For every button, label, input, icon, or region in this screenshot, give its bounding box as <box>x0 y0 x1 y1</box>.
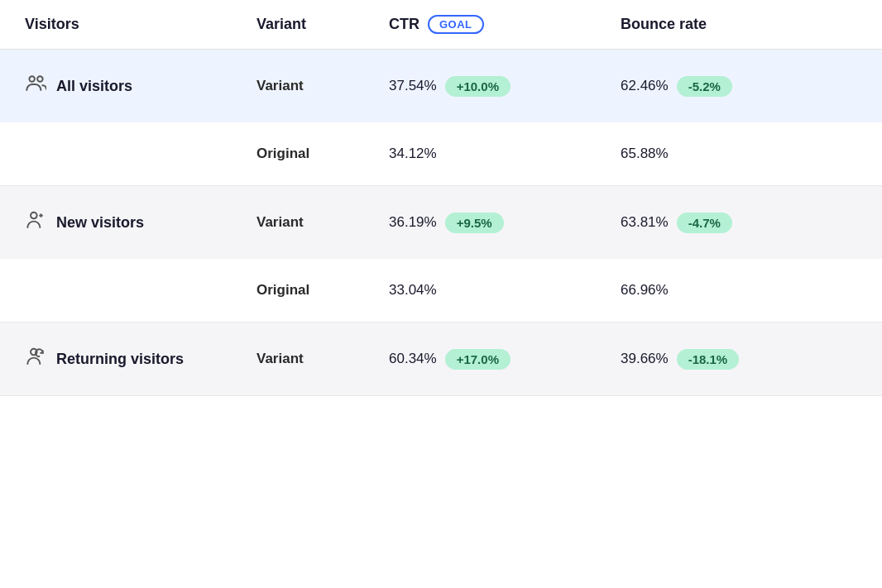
header-visitors: Visitors <box>25 16 256 33</box>
returning-visitors-label: Returning visitors <box>25 346 256 372</box>
new-visitors-ctr-value: 36.19% <box>389 214 437 231</box>
all-visitors-bounce-value: 62.46% <box>621 78 669 94</box>
returning-visitors-icon <box>25 346 46 372</box>
returning-visitors-bounce-delta: -18.1% <box>677 349 740 370</box>
returning-visitors-text: Returning visitors <box>56 351 184 368</box>
all-visitors-original-bounce-value: 65.88% <box>621 146 669 162</box>
new-visitors-label: New visitors <box>25 209 256 236</box>
new-visitors-original-ctr: 33.04% <box>389 282 621 299</box>
all-visitors-original-ctr: 34.12% <box>389 146 621 162</box>
all-visitors-icon <box>25 73 46 99</box>
header-bounce-rate: Bounce rate <box>621 16 852 33</box>
header-ctr-label: CTR <box>389 16 419 33</box>
all-visitors-original-row: Original 34.12% 65.88% <box>0 122 882 185</box>
new-visitors-original-bounce-value: 66.96% <box>621 282 669 299</box>
new-visitors-original-label: Original <box>256 282 389 299</box>
returning-visitors-ctr-delta: +17.0% <box>445 349 511 370</box>
new-visitors-original-ctr-value: 33.04% <box>389 282 437 299</box>
returning-visitors-bounce-value: 39.66% <box>621 351 669 367</box>
goal-badge[interactable]: GOAL <box>428 15 484 34</box>
header-variant: Variant <box>256 16 389 33</box>
all-visitors-variant-row: All visitors Variant 37.54% +10.0% 62.46… <box>0 50 882 122</box>
all-visitors-text: All visitors <box>56 78 132 95</box>
ab-test-table: Visitors Variant CTR GOAL Bounce rate Al… <box>0 0 882 396</box>
all-visitors-label: All visitors <box>25 73 256 99</box>
new-visitors-bounce-value: 63.81% <box>621 214 669 231</box>
all-visitors-bounce-delta: -5.2% <box>677 76 732 97</box>
all-visitors-ctr-delta: +10.0% <box>445 76 511 97</box>
returning-visitors-ctr-cell: 60.34% +17.0% <box>389 349 621 370</box>
returning-visitors-variant-label: Variant <box>256 351 389 367</box>
header-ctr: CTR GOAL <box>389 15 621 34</box>
new-visitors-bounce-delta: -4.7% <box>677 213 732 233</box>
all-visitors-bounce-cell: 62.46% -5.2% <box>621 76 852 97</box>
all-visitors-original-bounce: 65.88% <box>621 146 852 162</box>
all-visitors-variant-label: Variant <box>256 78 389 94</box>
all-visitors-original-ctr-value: 34.12% <box>389 146 437 162</box>
new-visitors-original-row: Original 33.04% 66.96% <box>0 259 882 322</box>
returning-visitors-group: Returning visitors Variant 60.34% +17.0%… <box>0 323 882 396</box>
new-visitors-icon <box>25 209 46 236</box>
all-visitors-group: All visitors Variant 37.54% +10.0% 62.46… <box>0 50 882 186</box>
all-visitors-ctr-value: 37.54% <box>389 78 437 94</box>
new-visitors-ctr-delta: +9.5% <box>445 213 504 233</box>
new-visitors-variant-label: Variant <box>256 214 389 231</box>
svg-point-0 <box>29 76 35 82</box>
new-visitors-ctr-cell: 36.19% +9.5% <box>389 213 621 233</box>
new-visitors-text: New visitors <box>56 214 144 232</box>
svg-point-1 <box>37 76 42 82</box>
returning-visitors-variant-row: Returning visitors Variant 60.34% +17.0%… <box>0 323 882 395</box>
new-visitors-bounce-cell: 63.81% -4.7% <box>621 213 852 233</box>
new-visitors-group: New visitors Variant 36.19% +9.5% 63.81%… <box>0 186 882 323</box>
svg-point-2 <box>31 213 37 219</box>
new-visitors-variant-row: New visitors Variant 36.19% +9.5% 63.81%… <box>0 186 882 259</box>
returning-visitors-ctr-value: 60.34% <box>389 351 437 367</box>
all-visitors-ctr-cell: 37.54% +10.0% <box>389 76 621 97</box>
table-header: Visitors Variant CTR GOAL Bounce rate <box>0 0 882 50</box>
all-visitors-original-label: Original <box>256 146 389 162</box>
new-visitors-original-bounce: 66.96% <box>621 282 852 299</box>
returning-visitors-bounce-cell: 39.66% -18.1% <box>621 349 852 370</box>
